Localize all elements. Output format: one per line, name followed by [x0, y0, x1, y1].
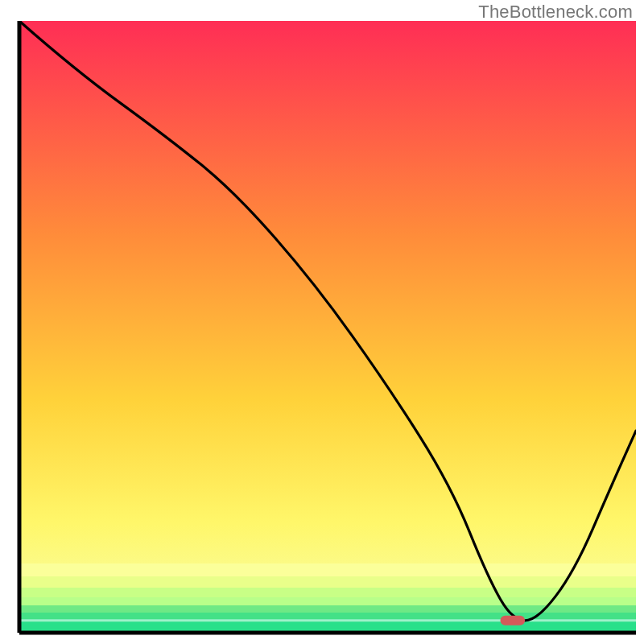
band-light-yellow — [19, 576, 636, 588]
gradient-fill — [19, 21, 636, 633]
optimum-marker — [501, 616, 526, 625]
bottleneck-chart — [0, 0, 644, 644]
band-green1 — [19, 613, 636, 619]
band-lime — [19, 597, 636, 605]
band-yellow-green — [19, 588, 636, 597]
band-cream — [19, 564, 636, 576]
chart-stage: TheBottleneck.com — [0, 0, 644, 644]
